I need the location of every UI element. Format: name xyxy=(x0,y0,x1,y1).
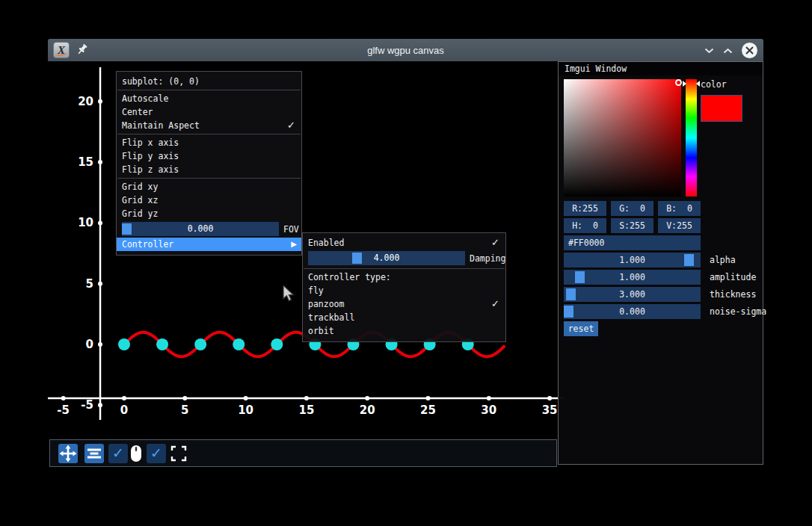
menu-item-label: subplot: (0, 0) xyxy=(122,76,200,87)
svg-text:5: 5 xyxy=(181,403,188,417)
imgui-window-title[interactable]: Imgui Window xyxy=(559,62,763,75)
menu-separator xyxy=(117,178,301,179)
slider-track[interactable]: 1.000 xyxy=(564,270,701,285)
menu-item-label: Grid xz xyxy=(122,195,158,205)
menu-item-label: Controller type: xyxy=(308,272,391,282)
controller-submenu: Enabled✓4.000DampingController type:flyp… xyxy=(302,232,506,342)
slider-track[interactable]: 0.000 xyxy=(122,222,279,236)
window-title: glfw wgpu canvas xyxy=(48,45,763,56)
menu-item-enabled[interactable]: Enabled✓ xyxy=(303,236,505,250)
fullscreen-button[interactable] xyxy=(169,444,188,463)
rgb-field-0[interactable]: R:255 xyxy=(564,201,606,216)
color-label: color xyxy=(701,79,727,90)
menu-item-controller-type-[interactable]: Controller type: xyxy=(303,270,505,284)
menu-item-grid-xy[interactable]: Grid xy xyxy=(117,180,301,194)
menu-item-label: panzoom xyxy=(308,299,344,309)
scatter-marker xyxy=(233,338,244,350)
app-window: X glfw wgpu canvas 201 xyxy=(48,39,763,478)
menu-item-trackball[interactable]: trackball xyxy=(303,311,505,324)
menu-item-label: orbit xyxy=(308,326,334,336)
svg-text:30: 30 xyxy=(481,403,496,417)
slider-label: amplitude xyxy=(710,270,756,285)
hsv-field-2[interactable]: V:255 xyxy=(658,218,701,233)
svg-text:10: 10 xyxy=(238,403,253,417)
scatter-marker xyxy=(118,338,130,350)
slider-track[interactable]: 4.000 xyxy=(308,251,465,265)
menu-item-label: Flip x axis xyxy=(122,137,179,148)
panel-slider-alpha[interactable]: 1.000alpha xyxy=(564,253,701,267)
panel-slider-thickness[interactable]: 3.000thickness xyxy=(564,287,701,302)
menu-item-controller[interactable]: Controller▶ xyxy=(117,238,301,251)
slider-track[interactable]: 0.000 xyxy=(564,304,701,319)
plot-toolbar: ✓ ✓ xyxy=(49,439,557,467)
menu-item-label: Enabled xyxy=(308,238,344,248)
panel-slider-amplitude[interactable]: 1.000amplitude xyxy=(564,270,701,285)
rgb-field-1[interactable]: G: 0 xyxy=(611,201,653,216)
menu-item-fly[interactable]: fly xyxy=(303,284,505,297)
svg-text:10: 10 xyxy=(78,216,93,229)
svg-text:0: 0 xyxy=(86,338,93,351)
menu-item-label: Autoscale xyxy=(122,93,168,104)
menu-item-panzoom[interactable]: panzoom✓ xyxy=(303,297,505,311)
svg-text:5: 5 xyxy=(86,277,93,291)
svg-text:-5: -5 xyxy=(57,403,70,417)
menu-slider-row[interactable]: 4.000Damping xyxy=(303,250,505,267)
slider-value: 1.000 xyxy=(564,270,701,285)
toggle-checkbox-2[interactable]: ✓ xyxy=(147,444,166,463)
slider-track[interactable]: 3.000 xyxy=(564,287,701,302)
svg-text:25: 25 xyxy=(420,403,436,417)
menu-item-grid-yz[interactable]: Grid yz xyxy=(117,207,301,220)
hsv-field-1[interactable]: S:255 xyxy=(611,218,653,233)
menu-item-label: trackball xyxy=(308,312,354,323)
svg-text:-5: -5 xyxy=(81,398,93,412)
menu-item-flip-z-axis[interactable]: Flip z axis xyxy=(117,163,301,176)
menu-item-grid-xz[interactable]: Grid xz xyxy=(117,194,301,207)
menu-slider-row[interactable]: 0.000FOV xyxy=(117,220,301,238)
menu-item-label: Controller xyxy=(122,239,173,250)
slider-label: noise-sigma xyxy=(710,304,766,319)
center-tool-button[interactable] xyxy=(84,444,104,463)
close-button[interactable] xyxy=(742,43,757,58)
titlebar[interactable]: X glfw wgpu canvas xyxy=(48,39,763,61)
picker-circle-marker[interactable] xyxy=(675,79,682,86)
slider-track[interactable]: 1.000 xyxy=(564,253,701,267)
menu-item-label: Flip y axis xyxy=(122,151,179,161)
hex-field[interactable]: #FF0000 xyxy=(564,235,701,250)
menu-item-label: Grid yz xyxy=(122,208,158,219)
minimize-button[interactable] xyxy=(704,43,714,57)
imgui-window: Imgui Window color R:255G: 0B: 0 H: 0S:2… xyxy=(558,61,763,465)
menu-item-subplot-0-0-[interactable]: subplot: (0, 0) xyxy=(117,75,301,88)
panel-slider-noise-sigma[interactable]: 0.000noise-sigma xyxy=(564,304,701,319)
mouse-icon xyxy=(128,444,144,463)
slider-value: 3.000 xyxy=(564,287,701,302)
check-icon: ✓ xyxy=(287,119,295,132)
color-swatch[interactable] xyxy=(701,95,742,122)
context-menu: subplot: (0, 0)AutoscaleCenterMaintain A… xyxy=(116,71,302,256)
menu-item-autoscale[interactable]: Autoscale xyxy=(117,92,301,105)
saturation-value-picker[interactable] xyxy=(564,79,681,197)
maximize-button[interactable] xyxy=(723,43,733,57)
check-icon: ✓ xyxy=(491,236,499,250)
menu-separator xyxy=(117,90,301,90)
rgb-field-2[interactable]: B: 0 xyxy=(658,201,701,216)
menu-item-maintain-aspect[interactable]: Maintain Aspect✓ xyxy=(117,119,301,132)
menu-item-orbit[interactable]: orbit xyxy=(303,324,505,338)
menu-item-label: Flip z axis xyxy=(122,164,179,175)
hue-bar[interactable] xyxy=(686,79,697,197)
reset-button[interactable]: reset xyxy=(564,321,598,336)
scatter-marker xyxy=(156,338,168,350)
scatter-marker xyxy=(271,338,283,350)
svg-text:35: 35 xyxy=(542,403,558,417)
hsv-field-0[interactable]: H: 0 xyxy=(564,218,606,233)
menu-item-center[interactable]: Center xyxy=(117,105,301,119)
svg-text:0: 0 xyxy=(120,403,128,417)
slider-value: 1.000 xyxy=(564,253,701,267)
menu-item-flip-x-axis[interactable]: Flip x axis xyxy=(117,136,301,149)
slider-label: Damping xyxy=(470,252,505,265)
toggle-checkbox-1[interactable]: ✓ xyxy=(108,444,128,463)
mouse-cursor xyxy=(283,285,298,303)
menu-item-flip-y-axis[interactable]: Flip y axis xyxy=(117,149,301,163)
pan-tool-button[interactable] xyxy=(58,444,78,463)
scatter-marker xyxy=(194,338,206,350)
hue-marker-right-icon xyxy=(696,81,700,87)
